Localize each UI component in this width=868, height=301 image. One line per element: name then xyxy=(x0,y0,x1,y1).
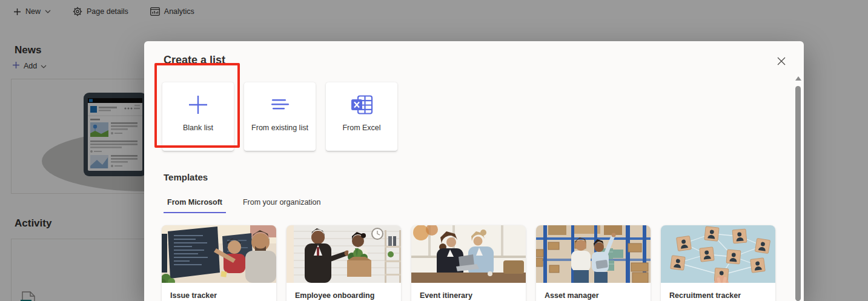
employee-onboarding-photo xyxy=(287,225,401,283)
plus-icon xyxy=(188,93,208,116)
close-button[interactable] xyxy=(776,57,787,68)
template-cards-row: Issue tracker xyxy=(162,225,775,301)
recruitment-tracker-photo xyxy=(661,225,775,283)
template-card-issue-tracker[interactable]: Issue tracker xyxy=(162,225,276,301)
template-card-asset-manager[interactable]: Asset manager xyxy=(536,225,651,301)
templates-section-title: Templates xyxy=(164,172,208,182)
template-card-label: Recruitment tracker xyxy=(661,283,775,300)
tab-from-your-organization[interactable]: From your organization xyxy=(239,195,325,213)
asset-manager-photo xyxy=(536,225,651,283)
dialog-title: Create a list xyxy=(164,54,225,67)
template-card-label: Event itinerary xyxy=(411,283,526,300)
template-card-label: Asset manager xyxy=(536,283,651,300)
issue-tracker-photo xyxy=(162,225,276,283)
blank-list-label: Blank list xyxy=(183,124,213,132)
dialog-scrollbar[interactable] xyxy=(795,73,802,301)
templates-tabs: From Microsoft From your organization xyxy=(164,195,325,213)
template-card-event-itinerary[interactable]: Event itinerary xyxy=(411,225,526,301)
create-options-row: Blank list From existing list xyxy=(162,82,397,151)
from-excel-card[interactable]: From Excel xyxy=(326,82,397,151)
template-card-label: Employee onboarding xyxy=(287,283,401,300)
close-icon xyxy=(777,57,786,68)
list-lines-icon xyxy=(270,93,290,116)
template-card-employee-onboarding[interactable]: Employee onboarding xyxy=(287,225,401,301)
template-card-recruitment-tracker[interactable]: Recruitment tracker xyxy=(661,225,775,301)
excel-table-icon xyxy=(351,93,373,116)
event-itinerary-photo xyxy=(411,225,526,283)
scrollbar-up-arrow-icon[interactable] xyxy=(795,76,801,81)
from-existing-list-card[interactable]: From existing list xyxy=(244,82,316,151)
from-existing-list-label: From existing list xyxy=(251,124,308,132)
scrollbar-thumb[interactable] xyxy=(795,86,801,301)
from-excel-label: From Excel xyxy=(342,124,380,132)
template-card-label: Issue tracker xyxy=(162,283,276,300)
blank-list-card[interactable]: Blank list xyxy=(162,82,234,151)
create-list-dialog: Create a list Blank list From existing l… xyxy=(144,41,804,301)
tab-from-microsoft[interactable]: From Microsoft xyxy=(164,195,226,213)
